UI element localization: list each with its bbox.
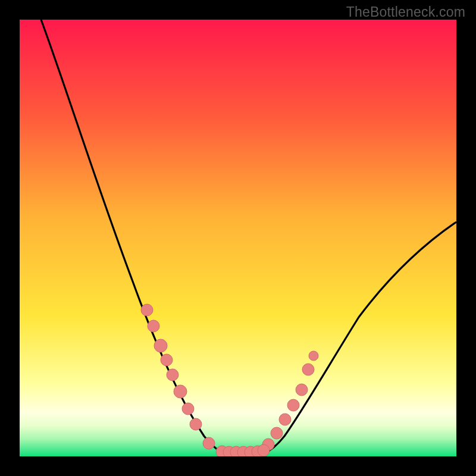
- gradient-bg: [20, 20, 456, 456]
- svg-point-10: [271, 427, 283, 439]
- svg-point-15: [309, 351, 318, 361]
- watermark-text: TheBottleneck.com: [346, 4, 465, 20]
- svg-point-2: [154, 339, 167, 352]
- outer-frame: TheBottleneck.com: [0, 0, 476, 476]
- chart-svg: [20, 20, 456, 456]
- svg-point-1: [148, 320, 159, 332]
- svg-point-0: [141, 304, 153, 316]
- svg-point-5: [174, 385, 187, 398]
- svg-point-22: [258, 444, 270, 456]
- svg-point-6: [182, 403, 194, 415]
- plot-area: [20, 20, 456, 456]
- svg-point-11: [279, 414, 291, 425]
- svg-point-7: [190, 418, 202, 430]
- svg-point-14: [302, 364, 314, 375]
- svg-point-12: [287, 399, 299, 411]
- dots-flat: [216, 444, 270, 456]
- svg-point-8: [203, 437, 215, 449]
- svg-point-4: [167, 369, 178, 381]
- svg-point-13: [296, 384, 308, 396]
- svg-point-3: [161, 354, 173, 366]
